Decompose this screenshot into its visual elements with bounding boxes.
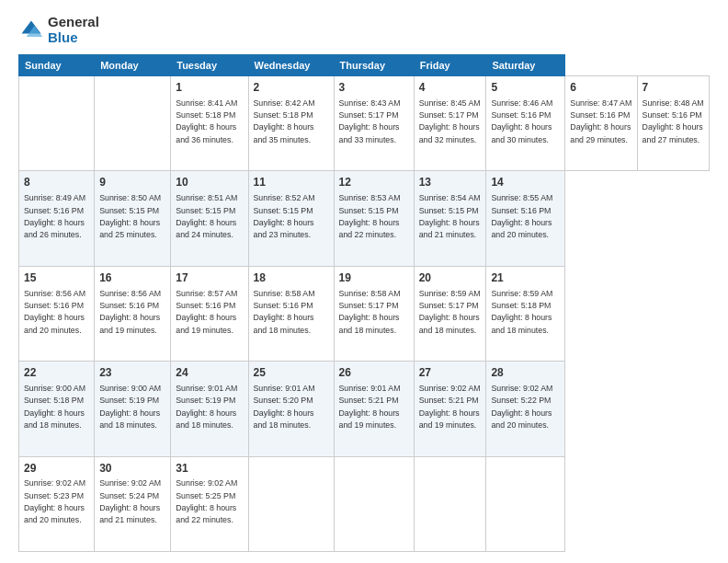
sunset-text: Sunset: 5:23 PM bbox=[24, 491, 84, 500]
daylight-text: Daylight: 8 hours and 36 minutes. bbox=[176, 122, 236, 144]
day-number: 8 bbox=[24, 175, 89, 190]
day-number: 26 bbox=[339, 365, 409, 381]
day-cell-22: 22Sunrise: 9:00 AMSunset: 5:18 PMDayligh… bbox=[19, 362, 95, 456]
daylight-text: Daylight: 8 hours and 18 minutes. bbox=[254, 313, 314, 334]
day-cell-13: 13Sunrise: 8:54 AMSunset: 5:15 PMDayligh… bbox=[414, 171, 486, 266]
header-row: SundayMondayTuesdayWednesdayThursdayFrid… bbox=[19, 55, 710, 76]
daylight-text: Daylight: 8 hours and 32 minutes. bbox=[419, 122, 480, 144]
day-number: 31 bbox=[176, 461, 243, 477]
day-number: 20 bbox=[419, 270, 482, 286]
sunset-text: Sunset: 5:16 PM bbox=[643, 110, 702, 120]
day-number: 6 bbox=[570, 80, 631, 96]
sunrise-text: Sunrise: 8:41 AM bbox=[176, 98, 237, 108]
daylight-text: Daylight: 8 hours and 18 minutes. bbox=[339, 313, 400, 334]
day-cell-9: 9Sunrise: 8:50 AMSunset: 5:15 PMDaylight… bbox=[95, 171, 171, 266]
sunrise-text: Sunrise: 9:01 AM bbox=[176, 384, 237, 393]
sunset-text: Sunset: 5:17 PM bbox=[339, 110, 399, 120]
sunrise-text: Sunrise: 8:48 AM bbox=[643, 98, 704, 108]
sunrise-text: Sunrise: 8:42 AM bbox=[254, 98, 315, 108]
day-cell-3: 3Sunrise: 8:43 AMSunset: 5:17 PMDaylight… bbox=[334, 76, 414, 171]
day-cell-10: 10Sunrise: 8:51 AMSunset: 5:15 PMDayligh… bbox=[171, 171, 248, 266]
day-number: 15 bbox=[24, 270, 89, 286]
day-number: 2 bbox=[254, 80, 329, 96]
day-number: 21 bbox=[491, 270, 560, 286]
daylight-text: Daylight: 8 hours and 20 minutes. bbox=[24, 313, 85, 334]
daylight-text: Daylight: 8 hours and 25 minutes. bbox=[99, 218, 160, 239]
daylight-text: Daylight: 8 hours and 19 minutes. bbox=[99, 313, 160, 334]
week-row-2: 8Sunrise: 8:49 AMSunset: 5:16 PMDaylight… bbox=[19, 171, 710, 266]
sunrise-text: Sunrise: 8:49 AM bbox=[24, 193, 85, 202]
sunrise-text: Sunrise: 8:46 AM bbox=[491, 98, 552, 108]
logo-icon bbox=[18, 17, 44, 43]
empty-cell bbox=[19, 76, 95, 171]
day-cell-29: 29Sunrise: 9:02 AMSunset: 5:23 PMDayligh… bbox=[19, 456, 95, 551]
sunrise-text: Sunrise: 9:02 AM bbox=[419, 384, 481, 393]
sunrise-text: Sunrise: 8:53 AM bbox=[339, 193, 401, 202]
sunrise-text: Sunrise: 9:00 AM bbox=[24, 384, 85, 393]
logo-text: General Blue bbox=[48, 15, 99, 45]
day-cell-19: 19Sunrise: 8:58 AMSunset: 5:17 PMDayligh… bbox=[334, 266, 414, 361]
daylight-text: Daylight: 8 hours and 21 minutes. bbox=[419, 218, 480, 239]
day-cell-27: 27Sunrise: 9:02 AMSunset: 5:21 PMDayligh… bbox=[414, 362, 486, 456]
sunrise-text: Sunrise: 8:59 AM bbox=[491, 289, 552, 298]
day-number: 17 bbox=[176, 270, 243, 286]
day-cell-12: 12Sunrise: 8:53 AMSunset: 5:15 PMDayligh… bbox=[334, 171, 414, 266]
day-number: 11 bbox=[254, 175, 329, 190]
sunset-text: Sunset: 5:16 PM bbox=[491, 206, 551, 215]
sunset-text: Sunset: 5:16 PM bbox=[99, 301, 159, 310]
day-cell-20: 20Sunrise: 8:59 AMSunset: 5:17 PMDayligh… bbox=[414, 266, 486, 361]
day-number: 25 bbox=[254, 365, 329, 381]
sunrise-text: Sunrise: 8:43 AM bbox=[339, 98, 401, 108]
daylight-text: Daylight: 8 hours and 35 minutes. bbox=[254, 122, 314, 144]
day-header-friday: Friday bbox=[414, 55, 486, 76]
sunset-text: Sunset: 5:18 PM bbox=[491, 301, 551, 310]
sunset-text: Sunset: 5:18 PM bbox=[176, 110, 235, 120]
day-header-sunday: Sunday bbox=[19, 55, 95, 76]
day-number: 1 bbox=[176, 80, 243, 96]
day-number: 27 bbox=[419, 365, 482, 381]
sunset-text: Sunset: 5:21 PM bbox=[419, 396, 479, 405]
day-number: 24 bbox=[176, 365, 243, 381]
daylight-text: Daylight: 8 hours and 18 minutes. bbox=[491, 313, 552, 334]
sunset-text: Sunset: 5:16 PM bbox=[24, 206, 84, 215]
day-cell-25: 25Sunrise: 9:01 AMSunset: 5:20 PMDayligh… bbox=[248, 362, 334, 456]
empty-cell bbox=[95, 76, 171, 171]
daylight-text: Daylight: 8 hours and 20 minutes. bbox=[491, 218, 552, 239]
sunrise-text: Sunrise: 8:55 AM bbox=[491, 193, 552, 202]
day-number: 7 bbox=[643, 80, 704, 96]
day-cell-8: 8Sunrise: 8:49 AMSunset: 5:16 PMDaylight… bbox=[19, 171, 95, 266]
day-cell-4: 4Sunrise: 8:45 AMSunset: 5:17 PMDaylight… bbox=[414, 76, 486, 171]
sunrise-text: Sunrise: 9:01 AM bbox=[339, 384, 401, 393]
daylight-text: Daylight: 8 hours and 26 minutes. bbox=[24, 218, 85, 239]
sunrise-text: Sunrise: 8:58 AM bbox=[339, 289, 401, 298]
sunset-text: Sunset: 5:16 PM bbox=[176, 301, 235, 310]
sunset-text: Sunset: 5:16 PM bbox=[24, 301, 84, 310]
sunrise-text: Sunrise: 8:59 AM bbox=[419, 289, 481, 298]
daylight-text: Daylight: 8 hours and 20 minutes. bbox=[491, 408, 552, 430]
sunrise-text: Sunrise: 9:02 AM bbox=[24, 478, 85, 488]
sunset-text: Sunset: 5:18 PM bbox=[254, 110, 313, 120]
sunrise-text: Sunrise: 8:47 AM bbox=[570, 98, 631, 108]
logo-general: General bbox=[48, 15, 99, 30]
sunrise-text: Sunrise: 8:56 AM bbox=[99, 289, 161, 298]
sunset-text: Sunset: 5:25 PM bbox=[176, 491, 235, 500]
logo-blue: Blue bbox=[48, 30, 99, 46]
day-cell-1: 1Sunrise: 8:41 AMSunset: 5:18 PMDaylight… bbox=[171, 76, 248, 171]
calendar-table: SundayMondayTuesdayWednesdayThursdayFrid… bbox=[18, 54, 710, 552]
day-cell-5: 5Sunrise: 8:46 AMSunset: 5:16 PMDaylight… bbox=[486, 76, 565, 171]
day-number: 18 bbox=[254, 270, 329, 286]
day-cell-16: 16Sunrise: 8:56 AMSunset: 5:16 PMDayligh… bbox=[95, 266, 171, 361]
week-row-4: 22Sunrise: 9:00 AMSunset: 5:18 PMDayligh… bbox=[19, 362, 710, 456]
day-cell-21: 21Sunrise: 8:59 AMSunset: 5:18 PMDayligh… bbox=[486, 266, 565, 361]
sunset-text: Sunset: 5:19 PM bbox=[99, 396, 159, 405]
sunrise-text: Sunrise: 8:52 AM bbox=[254, 193, 315, 202]
day-cell-17: 17Sunrise: 8:57 AMSunset: 5:16 PMDayligh… bbox=[171, 266, 248, 361]
empty-cell bbox=[414, 456, 486, 551]
day-number: 5 bbox=[491, 80, 560, 96]
sunrise-text: Sunrise: 9:02 AM bbox=[176, 478, 237, 488]
empty-cell bbox=[334, 456, 414, 551]
week-row-1: 1Sunrise: 8:41 AMSunset: 5:18 PMDaylight… bbox=[19, 76, 710, 171]
daylight-text: Daylight: 8 hours and 22 minutes. bbox=[176, 503, 236, 524]
week-row-3: 15Sunrise: 8:56 AMSunset: 5:16 PMDayligh… bbox=[19, 266, 710, 361]
day-number: 29 bbox=[24, 461, 89, 477]
